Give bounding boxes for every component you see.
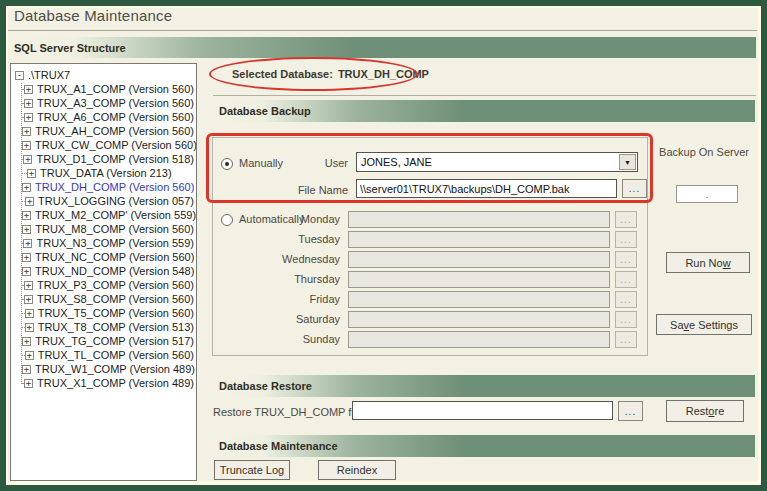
- backup-on-server-label: Backup On Server: [658, 146, 750, 159]
- tree-item[interactable]: + TRUX_A3_COMP (Version 560): [15, 96, 194, 110]
- truncate-log-button[interactable]: Truncate Log: [214, 460, 290, 480]
- tree-item[interactable]: + TRUX_P3_COMP (Version 560): [15, 278, 194, 292]
- tree-item[interactable]: + TRUX_ND_COMP (Version 548): [15, 264, 194, 278]
- tree-item[interactable]: + TRUX_TL_COMP (Version 560): [15, 348, 194, 362]
- section-divider: [213, 95, 756, 96]
- expand-icon[interactable]: +: [22, 253, 31, 262]
- expand-icon[interactable]: +: [22, 127, 31, 136]
- expand-icon[interactable]: +: [22, 267, 31, 276]
- day-browse-button[interactable]: ...: [615, 211, 637, 228]
- database-maintenance-header: Database Maintenance: [213, 435, 755, 457]
- day-label: Thursday: [240, 273, 348, 285]
- expand-icon[interactable]: +: [24, 281, 33, 290]
- expand-icon[interactable]: +: [27, 169, 36, 178]
- tree-item[interactable]: + TRUX_A1_COMP (Version 560): [15, 82, 194, 96]
- save-settings-button[interactable]: Save Settings: [656, 314, 752, 335]
- restore-button[interactable]: Restore: [666, 400, 744, 422]
- expand-icon[interactable]: +: [25, 197, 34, 206]
- run-now-mnemonic: w: [723, 257, 731, 269]
- day-browse-button[interactable]: ...: [615, 271, 637, 288]
- tree-item[interactable]: + TRUX_T8_COMP (Version 513): [15, 320, 194, 334]
- day-browse-button[interactable]: ...: [615, 331, 637, 348]
- expand-icon[interactable]: +: [22, 183, 31, 192]
- tree-item[interactable]: + TRUX_W1_COMP (Version 489): [15, 362, 194, 376]
- database-maintenance-window: Database Maintenance SQL Server Structur…: [0, 0, 767, 491]
- day-schedule-input[interactable]: [348, 211, 610, 228]
- day-schedule-input[interactable]: [348, 331, 610, 348]
- tree-item[interactable]: + TRUX_M8_COMP (Version 560): [15, 222, 194, 236]
- day-schedule-input[interactable]: [348, 231, 610, 248]
- tree-item[interactable]: + TRUX_TG_COMP (Version 517): [15, 334, 194, 348]
- tree-item[interactable]: + TRUX_S8_COMP (Version 560): [15, 292, 194, 306]
- expand-icon[interactable]: +: [24, 295, 33, 304]
- day-schedule-input[interactable]: [348, 251, 610, 268]
- tree-item[interactable]: + TRUX_DH_COMP (Version 560): [15, 180, 194, 194]
- tree-item[interactable]: + TRUX_T5_COMP (Version 560): [15, 306, 194, 320]
- day-label: Sunday: [240, 333, 348, 345]
- red-ellipse-annotation: [209, 57, 418, 91]
- run-now-button[interactable]: Run Now: [666, 252, 750, 273]
- restore-from-label: Restore TRUX_DH_COMP from: [213, 406, 370, 418]
- expand-icon[interactable]: +: [23, 155, 32, 164]
- tree-item[interactable]: + TRUX_A6_COMP (Version 560): [15, 110, 194, 124]
- restore-browse-button[interactable]: ...: [618, 401, 643, 421]
- expand-icon[interactable]: +: [25, 309, 34, 318]
- expand-icon[interactable]: +: [22, 365, 31, 374]
- day-browse-button[interactable]: ...: [615, 291, 637, 308]
- tree-item[interactable]: + TRUX_N3_COMP (Version 559): [15, 236, 194, 250]
- day-browse-button[interactable]: ...: [615, 251, 637, 268]
- day-schedule-input[interactable]: [348, 311, 610, 328]
- expand-icon[interactable]: +: [25, 323, 34, 332]
- day-schedule-input[interactable]: [348, 271, 610, 288]
- tree-item-list: + TRUX_A1_COMP (Version 560) + TRUX_A3_C…: [15, 82, 194, 390]
- tree-item-label: TRUX_M2_COMP' (Version 559): [35, 209, 196, 221]
- tree-root[interactable]: - .\TRUX7: [15, 68, 194, 82]
- tree-item-label: TRUX_T5_COMP (Version 560): [38, 307, 194, 319]
- tree-item[interactable]: + TRUX_LOGGING (Version 057): [15, 194, 194, 208]
- expand-icon[interactable]: +: [25, 351, 34, 360]
- reindex-button[interactable]: Reindex: [318, 460, 396, 480]
- restore-from-input[interactable]: [352, 401, 613, 420]
- day-label: Saturday: [240, 313, 348, 325]
- tree-item[interactable]: + TRUX_AH_COMP (Version 560): [15, 124, 194, 138]
- database-restore-label: Database Restore: [219, 380, 312, 392]
- automatically-radio[interactable]: [221, 214, 233, 226]
- tree-item-label: TRUX_N3_COMP (Version 559): [36, 237, 194, 249]
- expand-icon[interactable]: +: [24, 379, 33, 388]
- tree-item-label: TRUX_CW_COMP (Version 560): [35, 139, 197, 151]
- tree-item-label: TRUX_TG_COMP (Version 517): [35, 335, 194, 347]
- day-browse-button[interactable]: ...: [615, 311, 637, 328]
- tree-item-label: TRUX_M8_COMP (Version 560): [35, 223, 194, 235]
- day-schedule-input[interactable]: [348, 291, 610, 308]
- page-title: Database Maintenance: [14, 7, 172, 24]
- collapse-icon[interactable]: -: [15, 71, 24, 80]
- tree-item-label: TRUX_LOGGING (Version 057): [38, 195, 194, 207]
- database-restore-header: Database Restore: [213, 375, 755, 397]
- day-browse-button[interactable]: ...: [615, 231, 637, 248]
- tree-item[interactable]: + TRUX_DATA (Version 213): [15, 166, 194, 180]
- expand-icon[interactable]: +: [22, 337, 31, 346]
- red-rectangle-annotation: [206, 133, 653, 203]
- expand-icon[interactable]: +: [24, 99, 33, 108]
- tree-item[interactable]: + TRUX_NC_COMP (Version 560): [15, 250, 194, 264]
- backup-on-server-box[interactable]: .: [676, 185, 738, 203]
- database-backup-header: Database Backup: [213, 100, 755, 122]
- tree-item[interactable]: + TRUX_X1_COMP (Version 489): [15, 376, 194, 390]
- tree-item[interactable]: + TRUX_CW_COMP (Version 560): [15, 138, 194, 152]
- tree-item[interactable]: + TRUX_M2_COMP' (Version 559): [15, 208, 194, 222]
- expand-icon[interactable]: +: [24, 113, 33, 122]
- tree-item-label: TRUX_DH_COMP (Version 560): [35, 181, 194, 193]
- expand-icon[interactable]: +: [22, 225, 31, 234]
- schedule-day-row: Thursday ...: [240, 269, 648, 289]
- expand-icon[interactable]: +: [24, 85, 33, 94]
- database-maintenance-label: Database Maintenance: [219, 440, 338, 452]
- expand-icon[interactable]: +: [22, 211, 31, 220]
- schedule-day-rows: Monday ... Tuesday ... Wednesday ... Thu…: [240, 209, 648, 349]
- expand-icon[interactable]: +: [22, 141, 31, 150]
- tree-item[interactable]: + TRUX_D1_COMP (Version 518): [15, 152, 194, 166]
- expand-icon[interactable]: +: [23, 239, 32, 248]
- tree-item-label: TRUX_X1_COMP (Version 489): [37, 377, 194, 389]
- schedule-day-row: Sunday ...: [240, 329, 648, 349]
- tree-root-label: .\TRUX7: [28, 69, 70, 81]
- day-label: Monday: [240, 213, 348, 225]
